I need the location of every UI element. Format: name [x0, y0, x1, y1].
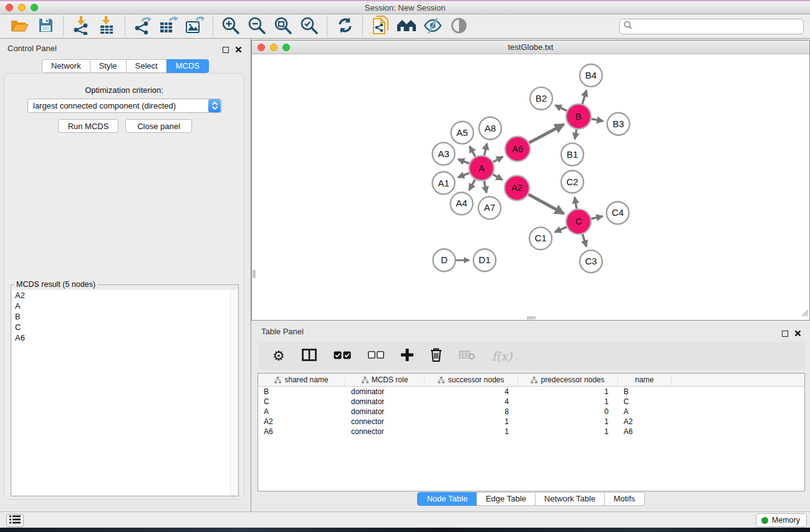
cell-MCDS-role[interactable]: connector	[345, 427, 425, 437]
tab-mcds[interactable]: MCDS	[166, 59, 209, 73]
table-row-a6[interactable]: A6connector11A6	[258, 427, 804, 437]
cell-name[interactable]: B	[618, 387, 672, 397]
delete-row-button[interactable]	[430, 348, 442, 364]
cell-predecessor-nodes[interactable]: 1	[518, 397, 618, 407]
graph-edge-B-B3[interactable]	[591, 119, 603, 121]
select-all-button[interactable]	[334, 351, 351, 361]
graph-edge-A-A8[interactable]	[485, 143, 487, 155]
task-history-button[interactable]	[6, 514, 24, 527]
cell-name[interactable]: A6	[618, 427, 672, 437]
hide-graphics-details-button[interactable]	[420, 15, 446, 37]
zoom-in-button[interactable]	[218, 15, 244, 37]
graph-edge-B-B2[interactable]	[555, 105, 567, 111]
cell-predecessor-nodes[interactable]: 0	[518, 407, 618, 417]
cell-shared-name[interactable]: A2	[258, 417, 345, 427]
run-mcds-button[interactable]: Run MCDS	[58, 119, 118, 133]
graph-node-C4[interactable]: C4	[607, 201, 629, 224]
column-header-MCDS-role[interactable]: MCDS role	[345, 374, 425, 386]
graph-node-D[interactable]: D	[433, 249, 455, 271]
search-input[interactable]	[632, 20, 803, 32]
graph-edge-A6-B[interactable]	[529, 124, 564, 142]
cell-name[interactable]: A2	[618, 417, 672, 427]
result-scrollbar[interactable]	[230, 290, 238, 495]
table-row-b[interactable]: Bdominator41B	[258, 387, 804, 397]
vertical-scrollbar-thumb[interactable]	[253, 270, 256, 278]
graph-edge-A-A4[interactable]	[469, 180, 475, 190]
graph-edge-A-A1[interactable]	[458, 173, 470, 177]
graph-node-D1[interactable]: D1	[473, 249, 496, 271]
close-panel-action-button[interactable]: Close panel	[125, 119, 192, 133]
cell-successor-nodes[interactable]: 4	[425, 397, 518, 407]
network-canvas[interactable]: B4B2BB3A8A5A6A3B1AC2A1A2A4A7C4CC1C3DD1	[252, 54, 809, 320]
close-table-panel-button[interactable]	[794, 328, 801, 339]
graph-edge-A-A5[interactable]	[470, 147, 475, 157]
graph-node-B4[interactable]: B4	[580, 64, 602, 87]
network-window-titlebar[interactable]: testGlobe.txt	[252, 41, 809, 54]
resize-grip-icon[interactable]	[801, 308, 809, 319]
export-image-button[interactable]	[182, 15, 208, 37]
column-header-successor-nodes[interactable]: successor nodes	[425, 374, 518, 386]
graph-edge-B-B1[interactable]	[575, 129, 577, 139]
mcds-result-list[interactable]: A2ABCA6	[12, 290, 238, 495]
import-table-button[interactable]	[94, 15, 120, 37]
graph-node-B1[interactable]: B1	[561, 143, 584, 166]
cell-successor-nodes[interactable]: 1	[425, 427, 518, 437]
graph-node-B3[interactable]: B3	[607, 113, 630, 135]
zoom-selected-button[interactable]	[296, 15, 322, 37]
split-view-button[interactable]	[302, 349, 317, 363]
graph-edge-C-C1[interactable]	[555, 227, 567, 232]
delete-table-button[interactable]	[459, 350, 475, 362]
network-graph[interactable]: B4B2BB3A8A5A6A3B1AC2A1A2A4A7C4CC1C3DD1	[252, 54, 809, 320]
cell-successor-nodes[interactable]: 8	[425, 407, 518, 417]
graph-node-C3[interactable]: C3	[580, 250, 602, 273]
open-session-button[interactable]	[6, 15, 32, 37]
export-network-button[interactable]	[130, 15, 156, 37]
cell-predecessor-nodes[interactable]: 1	[518, 387, 618, 397]
horizontal-scrollbar-thumb[interactable]	[527, 316, 536, 319]
graph-node-A7[interactable]: A7	[478, 196, 501, 219]
cell-shared-name[interactable]: B	[258, 387, 345, 397]
result-item-a6[interactable]: A6	[12, 332, 238, 343]
cell-predecessor-nodes[interactable]: 1	[518, 417, 618, 427]
graph-node-B2[interactable]: B2	[530, 87, 552, 110]
float-table-panel-button[interactable]	[782, 328, 788, 339]
cell-shared-name[interactable]: A	[258, 407, 345, 417]
network-from-file-button[interactable]	[367, 15, 393, 37]
cell-name[interactable]: A	[618, 407, 672, 417]
graph-node-A6[interactable]: A6	[505, 137, 530, 162]
graph-node-A[interactable]: A	[469, 156, 494, 181]
graph-edge-C-C4[interactable]	[591, 216, 602, 219]
cell-MCDS-role[interactable]: connector	[345, 417, 425, 427]
function-builder-button[interactable]: f(x)	[492, 349, 513, 363]
graph-node-A1[interactable]: A1	[432, 172, 455, 195]
tab-edge-table[interactable]: Edge Table	[476, 492, 536, 506]
tab-node-table[interactable]: Node Table	[417, 492, 477, 506]
cell-MCDS-role[interactable]: dominator	[345, 407, 425, 417]
result-item-a[interactable]: A	[12, 301, 238, 311]
deselect-all-button[interactable]	[368, 351, 384, 360]
cell-successor-nodes[interactable]: 4	[425, 387, 518, 397]
tab-style[interactable]: Style	[90, 59, 127, 73]
graph-node-C1[interactable]: C1	[529, 227, 552, 249]
cell-name[interactable]: C	[618, 397, 672, 407]
graph-node-A2[interactable]: A2	[504, 176, 529, 201]
show-graphics-details-button[interactable]	[446, 15, 472, 37]
graph-node-C2[interactable]: C2	[561, 171, 584, 193]
column-header-shared-name[interactable]: shared name	[258, 374, 345, 386]
cell-MCDS-role[interactable]: dominator	[345, 397, 425, 407]
result-item-a2[interactable]: A2	[12, 290, 238, 301]
refresh-button[interactable]	[332, 15, 358, 37]
memory-button[interactable]: Memory	[756, 513, 807, 527]
table-settings-button[interactable]: ⚙	[272, 349, 285, 363]
graph-edge-C-C2[interactable]	[575, 197, 577, 209]
graph-edge-A-A2[interactable]	[493, 175, 502, 180]
graph-node-A8[interactable]: A8	[479, 117, 501, 140]
result-item-c[interactable]: C	[12, 322, 238, 332]
zoom-out-button[interactable]	[244, 15, 270, 37]
graph-edge-A-A7[interactable]	[484, 181, 486, 193]
cell-predecessor-nodes[interactable]: 1	[518, 427, 618, 437]
zoom-fit-button[interactable]	[270, 15, 296, 37]
table-row-a[interactable]: Adominator80A	[258, 407, 804, 417]
add-row-button[interactable]	[401, 349, 413, 363]
graph-node-A3[interactable]: A3	[432, 143, 455, 165]
